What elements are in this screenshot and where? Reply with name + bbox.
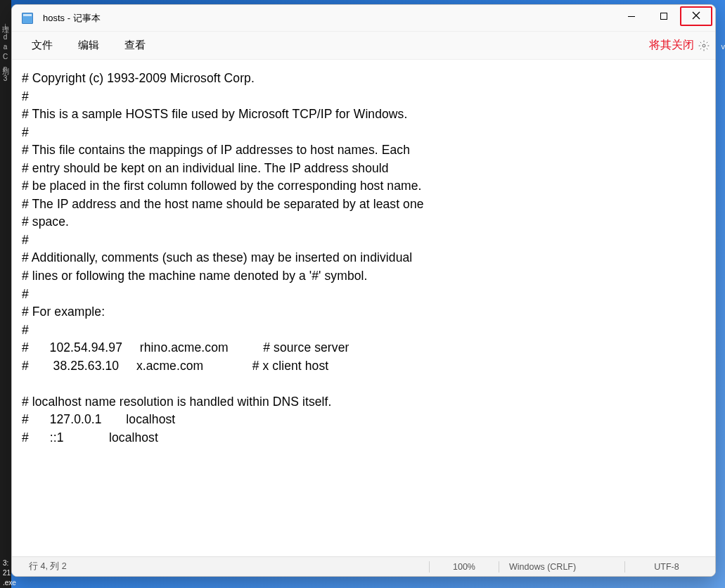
maximize-button[interactable] <box>648 5 680 27</box>
status-line-ending: Windows (CRLF) <box>502 562 622 572</box>
file-content[interactable]: # Copyright (c) 1993-2009 Microsoft Corp… <box>22 70 705 447</box>
minimize-icon <box>628 16 635 17</box>
gear-icon <box>698 40 710 51</box>
settings-button[interactable] <box>698 40 710 51</box>
status-cursor-position: 行 4, 列 2 <box>22 561 426 573</box>
statusbar: 行 4, 列 2 100% Windows (CRLF) UTF-8 <box>12 556 715 576</box>
menu-edit[interactable]: 编辑 <box>65 34 112 56</box>
notepad-window: hosts - 记事本 文件 编辑 查看 将其关闭 <box>11 4 716 577</box>
close-icon <box>692 11 700 21</box>
editor-area[interactable]: # Copyright (c) 1993-2009 Microsoft Corp… <box>12 60 715 556</box>
notepad-icon <box>22 13 33 24</box>
background-left-strip: 理 i d a C 别 n 3 <box>0 0 11 588</box>
svg-point-2 <box>702 44 705 47</box>
background-bottom-left-3: .exe <box>0 577 19 588</box>
background-right-char: v <box>721 42 726 51</box>
titlebar[interactable]: hosts - 记事本 <box>12 5 715 32</box>
window-controls <box>615 5 715 31</box>
menu-view[interactable]: 查看 <box>112 34 158 56</box>
window-title: hosts - 记事本 <box>43 12 101 25</box>
status-encoding: UTF-8 <box>628 562 705 572</box>
close-annotation: 将其关闭 <box>649 38 694 53</box>
status-zoom[interactable]: 100% <box>432 562 496 572</box>
menubar: 文件 编辑 查看 将其关闭 <box>12 32 715 60</box>
close-button[interactable] <box>680 6 712 26</box>
background-bottom-left: 3: <box>0 558 11 568</box>
maximize-icon <box>660 13 667 20</box>
menu-file[interactable]: 文件 <box>19 34 65 56</box>
minimize-button[interactable] <box>615 5 648 27</box>
